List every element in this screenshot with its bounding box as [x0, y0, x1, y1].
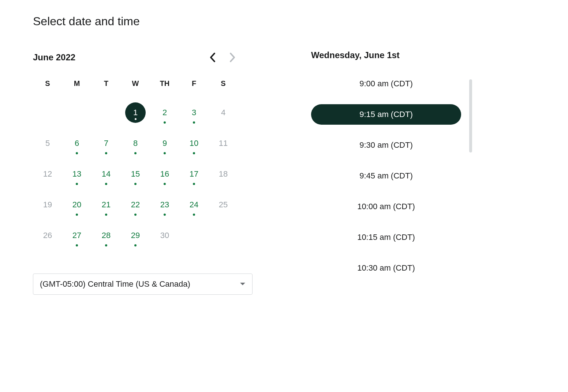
calendar-day-9[interactable]: 9: [150, 135, 179, 152]
calendar-cell-empty: [91, 104, 121, 121]
calendar-day-number: 2: [162, 108, 167, 117]
calendar-day-7[interactable]: 7: [91, 135, 121, 152]
prev-month-button[interactable]: [207, 50, 218, 65]
selected-date-label: Wednesday, June 1st: [311, 50, 461, 60]
calendar-day-number: 24: [190, 200, 198, 210]
calendar-cell-empty: [179, 227, 209, 244]
chevron-right-icon: [229, 52, 236, 63]
calendar-day-number: 11: [219, 139, 228, 148]
calendar-day-1[interactable]: 1: [125, 102, 146, 123]
calendar-day-16[interactable]: 16: [150, 165, 179, 183]
calendar-day-6[interactable]: 6: [62, 135, 91, 152]
timeslot-panel: Wednesday, June 1st 9:00 am (CDT)9:15 am…: [311, 50, 461, 295]
calendar-day-number: 30: [160, 231, 169, 240]
calendar-day-23[interactable]: 23: [150, 196, 179, 214]
calendar-day-24[interactable]: 24: [179, 196, 209, 214]
calendar-day-4: 4: [209, 104, 238, 121]
calendar-day-27[interactable]: 27: [62, 227, 91, 244]
calendar-day-5: 5: [33, 135, 62, 152]
calendar-day-3[interactable]: 3: [179, 104, 209, 121]
calendar-day-25: 25: [209, 196, 238, 214]
calendar-day-number: 9: [162, 139, 167, 148]
calendar-day-number: 28: [102, 231, 111, 240]
day-of-week-header: M: [62, 79, 91, 91]
calendar-day-10[interactable]: 10: [179, 135, 209, 152]
calendar-day-30: 30: [150, 227, 179, 244]
calendar-day-number: 26: [43, 231, 52, 240]
calendar-day-number: 15: [131, 169, 140, 179]
calendar-day-21[interactable]: 21: [91, 196, 121, 214]
calendar-day-number: 25: [219, 200, 228, 210]
calendar-day-number: 20: [72, 200, 81, 210]
calendar-day-number: 17: [190, 169, 198, 179]
calendar-cell-empty: [33, 104, 62, 121]
calendar-day-number: 22: [131, 200, 140, 210]
timeslot-option[interactable]: 9:45 am (CDT): [311, 166, 461, 186]
day-of-week-header: T: [91, 79, 121, 91]
calendar-month-label: June 2022: [33, 52, 75, 63]
calendar-day-19: 19: [33, 196, 62, 214]
calendar-day-number: 14: [102, 169, 111, 179]
calendar-day-22[interactable]: 22: [121, 196, 150, 214]
calendar-day-number: 5: [45, 139, 50, 148]
timezone-selected-label: (GMT-05:00) Central Time (US & Canada): [40, 279, 190, 289]
calendar-day-number: 8: [133, 139, 138, 148]
scrollbar-thumb[interactable]: [469, 79, 472, 152]
calendar-day-20[interactable]: 20: [62, 196, 91, 214]
calendar-day-number: 4: [221, 108, 225, 117]
chevron-left-icon: [209, 52, 216, 63]
calendar-day-number: 3: [192, 108, 196, 117]
calendar-day-number: 27: [72, 231, 81, 240]
day-of-week-header: F: [179, 79, 209, 91]
calendar-day-8[interactable]: 8: [121, 135, 150, 152]
calendar-day-number: 16: [160, 169, 169, 179]
calendar-day-number: 21: [102, 200, 111, 210]
calendar-day-28[interactable]: 28: [91, 227, 121, 244]
calendar-day-26: 26: [33, 227, 62, 244]
calendar-cell-empty: [209, 227, 238, 244]
calendar-day-17[interactable]: 17: [179, 165, 209, 183]
calendar-day-18: 18: [209, 165, 238, 183]
calendar-day-number: 7: [104, 139, 108, 148]
calendar-day-13[interactable]: 13: [62, 165, 91, 183]
calendar-day-15[interactable]: 15: [121, 165, 150, 183]
timeslot-option[interactable]: 9:15 am (CDT): [311, 104, 461, 125]
calendar-day-12: 12: [33, 165, 62, 183]
page-title: Select date and time: [33, 15, 535, 28]
caret-down-icon: [240, 282, 246, 286]
calendar-day-number: 23: [160, 200, 169, 210]
timezone-select[interactable]: (GMT-05:00) Central Time (US & Canada): [33, 274, 253, 295]
calendar-day-number: 6: [75, 139, 79, 148]
calendar-day-number: 13: [72, 169, 81, 179]
calendar-day-11: 11: [209, 135, 238, 152]
calendar-day-number: 12: [43, 169, 52, 179]
day-of-week-header: TH: [150, 79, 179, 91]
timeslot-option[interactable]: 10:30 am (CDT): [311, 258, 461, 278]
calendar-day-29[interactable]: 29: [121, 227, 150, 244]
timeslot-option[interactable]: 10:15 am (CDT): [311, 227, 461, 248]
calendar-day-2[interactable]: 2: [150, 104, 179, 121]
day-of-week-header: W: [121, 79, 150, 91]
calendar-cell-empty: [62, 104, 91, 121]
day-of-week-header: S: [209, 79, 238, 91]
calendar-day-14[interactable]: 14: [91, 165, 121, 183]
day-of-week-header: S: [33, 79, 62, 91]
timeslot-option[interactable]: 9:00 am (CDT): [311, 74, 461, 94]
next-month-button[interactable]: [227, 50, 238, 65]
timeslot-option[interactable]: 10:00 am (CDT): [311, 196, 461, 217]
timeslot-option[interactable]: 9:30 am (CDT): [311, 135, 461, 155]
calendar-day-number: 1: [133, 108, 138, 117]
calendar-day-number: 19: [43, 200, 52, 210]
calendar-day-number: 18: [219, 169, 228, 179]
calendar: June 2022 SMTWTHFS1234567891011121314151…: [33, 50, 238, 295]
calendar-day-number: 10: [190, 139, 198, 148]
calendar-day-number: 29: [131, 231, 140, 240]
